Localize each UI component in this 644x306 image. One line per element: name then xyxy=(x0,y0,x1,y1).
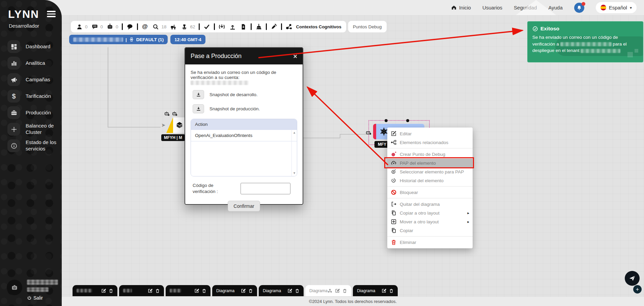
tab-redacted-1[interactable] xyxy=(73,285,117,296)
menu-item-crear-punto-debug[interactable]: Crear Punto de Debug xyxy=(387,150,473,159)
success-toast[interactable]: Exitoso Se ha enviado un correo con un c… xyxy=(527,21,643,62)
scroll-down-icon[interactable]: ▼ xyxy=(293,171,296,175)
time-badge: 12:40 GMT-4 xyxy=(170,35,205,44)
trash-tab-icon[interactable] xyxy=(342,288,347,293)
chat-icon[interactable] xyxy=(91,23,99,30)
broom-icon[interactable] xyxy=(255,23,262,30)
file-download-icon[interactable] xyxy=(240,23,247,30)
tab-redacted-2[interactable] xyxy=(119,285,164,296)
scrollbar[interactable]: ▲ ▼ xyxy=(291,130,297,176)
menu-item-bloquear[interactable]: Bloquear xyxy=(387,188,473,197)
modal-body-line2: verificación a su cuenta: xyxy=(191,75,297,85)
menu-item-eliminar[interactable]: Eliminar xyxy=(387,238,473,247)
menu-separator xyxy=(387,235,473,238)
trash-tab-icon[interactable] xyxy=(248,288,253,293)
molecule-icon[interactable] xyxy=(285,23,293,30)
menu-item-historial[interactable]: Historial del elemento xyxy=(387,176,473,185)
download-prod-snapshot-button[interactable] xyxy=(193,104,204,113)
menu-item-copiar[interactable]: Copiar xyxy=(387,226,473,235)
language-selector[interactable]: Español ▾ xyxy=(596,2,637,13)
trash-tab-icon[interactable] xyxy=(295,288,300,293)
menu-item-copiar-layout[interactable]: Copiar a otro layout ▸ xyxy=(387,208,473,217)
notifications-button[interactable] xyxy=(574,3,584,13)
connection-handle[interactable] xyxy=(385,119,388,122)
toolbar-divider xyxy=(137,23,138,30)
sidebar-item-dashboard[interactable]: Dashboard xyxy=(7,40,62,53)
menu-item-elementos-relacionados[interactable]: Elementos relacionados xyxy=(387,138,473,147)
menu-item-label: Editar xyxy=(400,131,412,136)
verification-code-input[interactable] xyxy=(241,183,290,194)
export-icon[interactable] xyxy=(229,23,236,30)
action-list[interactable]: OpenAi_EvaluationOfIntents ▲ ▼ xyxy=(191,130,297,176)
tab-redacted-3[interactable] xyxy=(166,285,211,296)
time-label: 12:40 GMT-4 xyxy=(174,37,201,42)
speech-bubble-icon[interactable] xyxy=(126,23,134,30)
edit-tab-icon[interactable] xyxy=(194,288,199,293)
robot-icon[interactable] xyxy=(106,23,114,30)
edit-tab-icon[interactable] xyxy=(101,288,106,293)
tab-diagrama-2[interactable]: Diagrama xyxy=(259,285,304,296)
check-icon[interactable] xyxy=(203,23,211,30)
hamburger-menu-icon[interactable] xyxy=(47,11,56,19)
tab-diagrama-3[interactable]: Diagrama xyxy=(353,285,398,296)
logout-button[interactable]: Salir xyxy=(27,295,62,301)
sidebar-item-tarificacion[interactable]: $ Tarificación xyxy=(7,90,62,103)
sidebar-item-estado-servicios[interactable]: Estado de los servicios xyxy=(7,139,62,152)
avatar[interactable] xyxy=(7,280,22,295)
toast-line2: verificación a para el xyxy=(532,41,638,48)
sidebar-item-balanceo-cluster[interactable]: Balanceo de Cluster xyxy=(7,123,62,136)
trash-tab-icon[interactable] xyxy=(155,288,160,293)
redacted-tenant-name xyxy=(73,37,123,42)
tab-diagrama-active[interactable]: Diagrama xyxy=(305,285,351,296)
search-icon[interactable] xyxy=(152,23,160,30)
trash-tab-icon[interactable] xyxy=(202,288,206,293)
edit-tab-icon[interactable] xyxy=(382,288,386,293)
import-icon[interactable] xyxy=(218,23,226,30)
mention-icon[interactable]: @ xyxy=(141,23,149,30)
nav-usuarios[interactable]: Usuarios xyxy=(482,5,502,10)
background-decoration xyxy=(516,0,556,15)
forklift-icon[interactable] xyxy=(170,23,177,30)
confirm-button[interactable]: Confirmar xyxy=(228,201,260,212)
tab-label: Diagrama xyxy=(309,288,328,293)
tenant-default-badge[interactable]: | DEFAULT (1) xyxy=(69,35,168,44)
deploy-button[interactable] xyxy=(625,271,640,286)
nav-inicio-label: Inicio xyxy=(459,5,471,10)
paper-plane-icon xyxy=(629,275,636,282)
sidebar-item-produccion[interactable]: Producción xyxy=(7,106,62,119)
edit-tab-icon[interactable] xyxy=(148,288,152,293)
stamp-icon[interactable] xyxy=(181,23,188,30)
menu-item-editar[interactable]: Editar xyxy=(387,129,473,138)
person-icon[interactable] xyxy=(76,23,83,30)
menu-item-label: Seleccionar elemento para PAP xyxy=(400,169,464,174)
badge-separator: | xyxy=(125,37,127,42)
trash-tab-icon[interactable] xyxy=(109,288,113,293)
eyedropper-icon[interactable] xyxy=(270,23,278,30)
toolbar-main: 0 0 0 @ 18 62 xyxy=(71,21,346,32)
close-icon[interactable]: × xyxy=(293,53,297,60)
connection-handle[interactable] xyxy=(406,119,409,122)
tab-diagrama-1[interactable]: Diagrama xyxy=(212,285,257,296)
connector-arrow-icon: ➤ xyxy=(161,122,166,128)
sidebar-item-analitica[interactable]: Analítica xyxy=(7,57,62,69)
select-pap-icon xyxy=(391,169,397,175)
menu-item-seleccionar-pap[interactable]: Seleccionar elemento para PAP xyxy=(387,167,473,176)
stamp-count: 62 xyxy=(190,24,195,29)
nav-inicio[interactable]: Inicio xyxy=(451,5,471,10)
edit-tab-icon[interactable] xyxy=(287,288,292,293)
contextos-cognitivos-button[interactable]: Contextos Cognitivos xyxy=(296,24,341,29)
action-list-item[interactable]: OpenAi_EvaluationOfIntents xyxy=(191,130,297,141)
sidebar-item-campanas[interactable]: Campañas xyxy=(7,73,62,86)
puntos-debug-button[interactable]: Puntos Debug xyxy=(348,21,387,32)
trash-tab-icon[interactable] xyxy=(389,288,394,293)
edit-tab-icon[interactable] xyxy=(335,288,340,293)
menu-item-mover-layout[interactable]: Mover a otro layout ▸ xyxy=(387,217,473,226)
edit-tab-icon[interactable] xyxy=(241,288,246,293)
scroll-up-icon[interactable]: ▲ xyxy=(293,131,296,134)
add-button[interactable]: + xyxy=(633,285,642,294)
chevron-down-icon: ▾ xyxy=(630,5,632,10)
footer: ©2024 Lynn. Todos los derechos reservado… xyxy=(62,297,644,306)
menu-item-pap-del-elemento[interactable]: PAP del elemento xyxy=(387,159,473,167)
menu-item-quitar-diagrama[interactable]: Quitar del diagrama xyxy=(387,200,473,208)
download-dev-snapshot-button[interactable] xyxy=(193,90,204,99)
